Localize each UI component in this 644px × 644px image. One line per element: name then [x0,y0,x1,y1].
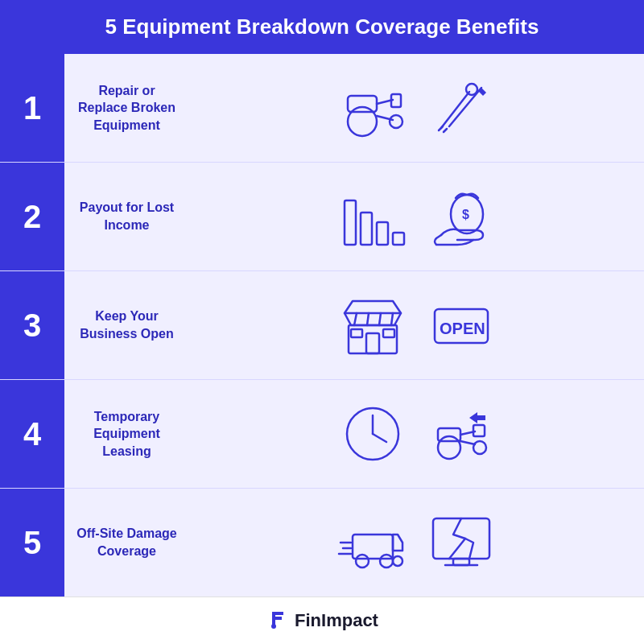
broken-monitor-icon [425,506,497,579]
label-4: Temporary Equipment Leasing [64,400,189,469]
svg-point-47 [271,624,276,629]
svg-rect-20 [351,329,362,337]
number-box-1: 1 [0,54,64,162]
svg-rect-44 [433,518,489,559]
open-sign-icon: OPEN [425,289,497,361]
number-box-3: 3 [0,271,64,379]
svg-line-22 [354,313,357,325]
svg-rect-1 [348,96,377,112]
svg-point-35 [473,441,486,454]
footer: FinImpact [0,597,644,644]
truck-icon [336,506,409,579]
svg-rect-21 [383,329,394,337]
icons-4 [189,390,644,478]
row-2: 2 Payout for Lost Income $ [0,163,644,271]
label-5: Off-Site Damage Coverage [64,517,189,568]
tools-icon [425,72,497,144]
svg-line-6 [441,92,469,128]
store-icon [336,289,409,361]
label-1: Repair or Replace Broken Equipment [64,74,189,142]
svg-line-8 [439,126,443,130]
svg-line-11 [444,129,447,132]
row-4: 4 Temporary Equipment Leasing [0,380,644,489]
row-3: 3 Keep Your Business Open [0,271,644,380]
svg-rect-15 [393,233,404,245]
svg-rect-14 [377,222,388,245]
svg-text:OPEN: OPEN [440,320,485,337]
svg-point-39 [380,555,393,568]
svg-rect-13 [361,213,372,245]
label-3: Keep Your Business Open [64,299,189,350]
leasing-equipment-icon [425,398,497,470]
row-1: 1 Repair or Replace Broken Equipment [0,54,644,163]
svg-point-38 [356,555,369,568]
svg-point-31 [438,436,460,459]
svg-rect-19 [366,333,379,353]
svg-line-25 [391,313,393,325]
svg-line-24 [379,313,381,325]
icons-5 [189,498,644,587]
svg-text:$: $ [462,208,469,221]
content: 1 Repair or Replace Broken Equipment [0,54,644,597]
icons-3: OPEN [189,281,644,369]
header: 5 Equipment Breakdown Coverage Benefits [0,0,644,54]
svg-point-40 [393,556,402,566]
bar-chart-down-icon [336,180,409,253]
number-box-5: 5 [0,489,64,597]
header-title: 5 Equipment Breakdown Coverage Benefits [105,14,539,39]
row-5: 5 Off-Site Damage Coverage [0,489,644,597]
brand-name: FinImpact [295,610,378,631]
icons-1 [189,64,644,152]
roller-icon [336,72,409,144]
brand-logo-icon [266,607,288,634]
svg-point-5 [390,115,402,128]
number-box-2: 2 [0,163,64,270]
clock-icon [336,398,409,470]
svg-line-36 [460,441,475,444]
svg-line-30 [373,434,386,442]
label-2: Payout for Lost Income [64,191,189,242]
svg-rect-12 [345,200,356,245]
icons-2: $ [189,172,644,261]
number-box-4: 4 [0,380,64,488]
money-bag-hand-icon: $ [425,180,497,253]
svg-line-23 [367,313,369,325]
svg-line-9 [449,88,481,126]
